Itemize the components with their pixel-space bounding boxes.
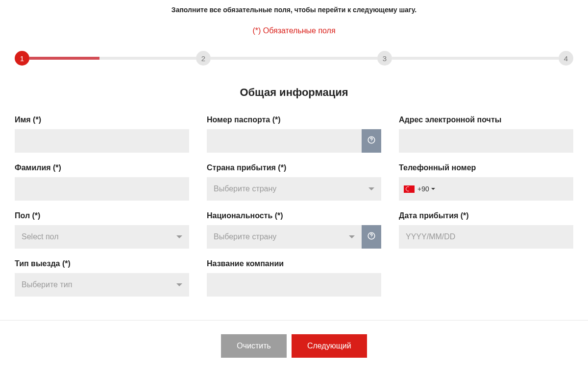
step-3: 3 xyxy=(377,51,392,66)
last-name-label: Фамилия (*) xyxy=(15,163,189,172)
chevron-down-icon xyxy=(176,235,182,238)
step-4: 4 xyxy=(559,51,573,66)
progress-stepper: 1 2 3 4 xyxy=(15,51,573,66)
chevron-down-icon xyxy=(368,187,374,190)
arrival-country-placeholder: Выберите страну xyxy=(214,184,276,193)
next-button[interactable]: Следующий xyxy=(292,334,367,358)
svg-point-3 xyxy=(371,237,372,238)
last-name-input[interactable] xyxy=(15,177,189,201)
passport-help-button[interactable] xyxy=(362,129,381,153)
field-company: Название компании xyxy=(207,259,381,297)
help-icon xyxy=(367,231,376,242)
form-actions: Очистить Следующий xyxy=(0,334,588,358)
gender-label: Пол (*) xyxy=(15,211,189,220)
phone-input-wrap[interactable]: +90 xyxy=(399,177,573,201)
turkey-flag-icon xyxy=(404,185,415,193)
gender-select[interactable]: Select пол xyxy=(15,225,189,249)
email-input[interactable] xyxy=(399,129,573,153)
field-email: Адрес электронной почты xyxy=(399,115,573,153)
form-grid: Имя (*) Номер паспорта (*) Адрес электро… xyxy=(15,115,573,297)
chevron-down-icon xyxy=(349,235,355,238)
field-passport: Номер паспорта (*) xyxy=(207,115,381,153)
arrival-date-label: Дата прибытия (*) xyxy=(399,211,573,220)
nationality-select[interactable]: Выберите страну xyxy=(207,225,362,249)
gender-placeholder: Select пол xyxy=(22,232,58,241)
field-nationality: Национальность (*) Выберите страну xyxy=(207,211,381,249)
step-2: 2 xyxy=(196,51,211,66)
exit-type-label: Тип выезда (*) xyxy=(15,259,189,268)
arrival-country-select[interactable]: Выберите страну xyxy=(207,177,381,201)
field-gender: Пол (*) Select пол xyxy=(15,211,189,249)
section-title: Общая информация xyxy=(0,86,588,99)
field-arrival-country: Страна прибытия (*) Выберите страну xyxy=(207,163,381,201)
step-line-2-3 xyxy=(211,57,377,60)
dial-code: +90 xyxy=(417,185,429,193)
nationality-placeholder: Выберите страну xyxy=(214,232,276,241)
first-name-input[interactable] xyxy=(15,129,189,153)
svg-point-1 xyxy=(371,141,372,142)
field-arrival-date: Дата прибытия (*) xyxy=(399,211,573,249)
passport-input[interactable] xyxy=(207,129,362,153)
email-label: Адрес электронной почты xyxy=(399,115,573,124)
exit-type-placeholder: Выберите тип xyxy=(22,280,72,289)
company-label: Название компании xyxy=(207,259,381,268)
exit-type-select[interactable]: Выберите тип xyxy=(15,273,189,297)
passport-label: Номер паспорта (*) xyxy=(207,115,381,124)
step-line-3-4 xyxy=(392,57,559,60)
required-fields-note: (*) Обязательные поля xyxy=(0,26,588,35)
step-line-1-2 xyxy=(29,57,196,60)
company-input[interactable] xyxy=(207,273,381,297)
divider xyxy=(0,320,588,321)
field-first-name: Имя (*) xyxy=(15,115,189,153)
field-last-name: Фамилия (*) xyxy=(15,163,189,201)
help-icon xyxy=(367,136,376,146)
field-phone: Телефонный номер +90 xyxy=(399,163,573,201)
chevron-down-icon xyxy=(431,188,435,190)
arrival-country-label: Страна прибытия (*) xyxy=(207,163,381,172)
nationality-help-button[interactable] xyxy=(362,225,381,249)
nationality-label: Национальность (*) xyxy=(207,211,381,220)
field-exit-type: Тип выезда (*) Выберите тип xyxy=(15,259,189,297)
chevron-down-icon xyxy=(176,283,182,286)
instruction-text: Заполните все обязательные поля, чтобы п… xyxy=(0,0,588,14)
step-1: 1 xyxy=(15,51,29,66)
clear-button[interactable]: Очистить xyxy=(221,334,287,358)
first-name-label: Имя (*) xyxy=(15,115,189,124)
phone-label: Телефонный номер xyxy=(399,163,573,172)
arrival-date-input[interactable] xyxy=(399,225,573,249)
